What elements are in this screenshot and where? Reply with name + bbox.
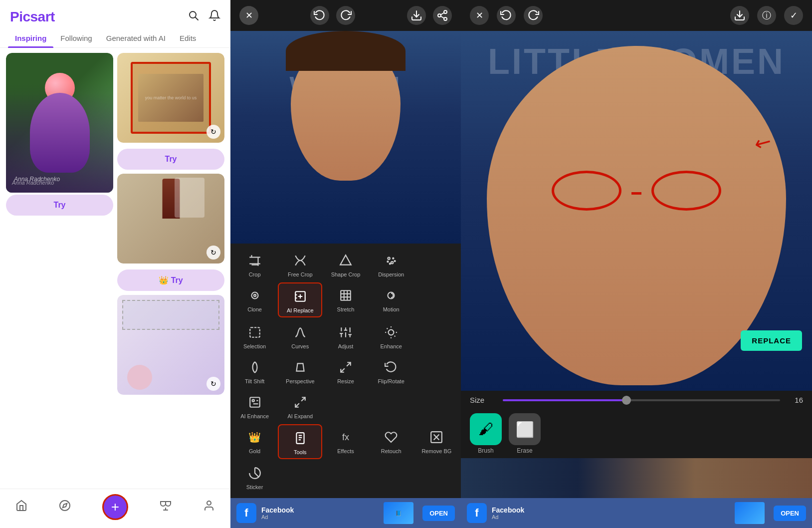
dispersion-icon — [382, 252, 400, 269]
tool-row-6: 👑 Gold Tools fx Effects Retouch — [230, 423, 461, 494]
try-button-1[interactable]: Try — [6, 195, 113, 216]
svg-point-13 — [388, 258, 390, 260]
tool-ai-enhance[interactable]: AI Enhance — [232, 389, 277, 422]
tool-motion[interactable]: Motion — [369, 282, 413, 317]
tool-retouch[interactable]: Retouch — [369, 424, 413, 459]
enhance-icon — [382, 323, 400, 341]
undo-button[interactable] — [310, 6, 329, 25]
tool-remove-bg[interactable]: Remove BG — [414, 424, 459, 459]
svg-line-41 — [387, 328, 388, 329]
clone-icon — [246, 286, 264, 304]
tool-panel: Crop Free Crop Shape Crop Dispersion — [230, 244, 461, 498]
tool-clone[interactable]: Clone — [232, 282, 277, 317]
try-button-2[interactable]: Try — [117, 149, 224, 170]
download-button[interactable] — [407, 6, 426, 25]
tool-crop[interactable]: Crop — [232, 248, 277, 280]
erase-icon: ⬜ — [509, 413, 541, 445]
stretch-icon — [337, 286, 355, 304]
curves-label: Curves — [291, 343, 309, 349]
refresh-badge-2[interactable]: ↻ — [206, 246, 220, 260]
facebook-ad-icon: f — [236, 503, 256, 523]
right-undo-button[interactable] — [497, 6, 516, 25]
tool-enhance[interactable]: Enhance — [369, 319, 413, 352]
trophy-icon[interactable] — [160, 500, 172, 515]
tool-row-3: Selection Curves Adjust Enhance — [230, 318, 461, 353]
profile-icon[interactable] — [203, 500, 215, 515]
glasses-bridge — [631, 192, 641, 195]
tool-stretch[interactable]: Stretch — [323, 282, 368, 317]
svg-point-48 — [252, 400, 254, 402]
glass-left — [552, 171, 621, 211]
size-slider[interactable] — [503, 399, 780, 401]
editor-photo: LITTLE WOMEN — [230, 31, 461, 244]
frame-inner: you matter the world to us — [131, 62, 211, 134]
tab-generated-ai[interactable]: Generated with AI — [99, 29, 173, 47]
tool-dispersion[interactable]: Dispersion — [369, 248, 413, 280]
replace-button[interactable]: REPLACE — [741, 330, 802, 351]
tool-tilt-shift[interactable]: Tilt Shift — [232, 354, 277, 387]
refresh-badge-1[interactable]: ↻ — [206, 125, 220, 139]
slider-thumb[interactable] — [622, 396, 631, 405]
tool-adjust[interactable]: Adjust — [323, 319, 368, 352]
flip-rotate-icon — [382, 358, 400, 376]
tool-resize[interactable]: Resize — [323, 354, 368, 387]
redo-button[interactable] — [336, 6, 355, 25]
feed-image-pattern: ↻ — [117, 295, 224, 395]
svg-line-10 — [441, 16, 444, 18]
tool-effects[interactable]: fx Effects — [323, 424, 368, 459]
tab-inspiring[interactable]: Inspiring — [8, 29, 53, 47]
notification-icon[interactable] — [208, 9, 220, 24]
stretch-label: Stretch — [337, 306, 355, 312]
svg-point-2 — [60, 501, 70, 511]
erase-label: Erase — [517, 447, 532, 454]
tool-tools[interactable]: Tools — [278, 424, 322, 459]
tool-perspective[interactable]: Perspective — [278, 354, 322, 387]
tool-curves[interactable]: Curves — [278, 319, 322, 352]
brush-icon: 🖌 — [470, 413, 502, 445]
tab-following[interactable]: Following — [53, 29, 99, 47]
retouch-label: Retouch — [381, 448, 402, 454]
tool-selection[interactable]: Selection — [232, 319, 277, 352]
feed-item-frame[interactable]: you matter the world to us ↻ — [117, 53, 224, 143]
feed-item-dropper[interactable]: ↻ — [117, 174, 224, 264]
editor-close-button[interactable]: ✕ — [239, 6, 258, 25]
share-button[interactable] — [433, 6, 452, 25]
feed-item-pattern[interactable]: ↻ — [117, 295, 224, 395]
feed-item-woman[interactable]: Anna Radchenko Try — [6, 53, 113, 395]
tabs: Inspiring Following Generated with AI Ed… — [0, 29, 230, 48]
try-button-crown[interactable]: Try — [117, 269, 224, 291]
retouch-icon — [382, 428, 400, 446]
right-toolbar-right: ⓘ ✓ — [730, 6, 803, 25]
ad-banner-right: f Facebook Ad OPEN — [461, 498, 812, 528]
svg-rect-47 — [250, 397, 260, 407]
tool-gold[interactable]: 👑 Gold — [232, 424, 277, 459]
svg-marker-3 — [63, 504, 67, 508]
right-confirm-button[interactable]: ✓ — [784, 6, 803, 25]
size-label: Size — [470, 396, 495, 404]
tool-ai-replace[interactable]: AI Replace — [278, 282, 322, 317]
right-redo-button[interactable] — [524, 6, 543, 25]
tool-flip-rotate[interactable]: Flip/Rotate — [369, 354, 413, 387]
svg-line-49 — [301, 397, 305, 401]
ad-thumb: 📘 — [384, 502, 413, 524]
right-ad-open-button[interactable]: OPEN — [774, 506, 806, 521]
add-button[interactable]: + — [102, 494, 128, 520]
right-download-button[interactable] — [730, 6, 749, 25]
home-icon[interactable] — [15, 500, 27, 515]
tool-shape-crop[interactable]: Shape Crop — [323, 248, 368, 280]
erase-button[interactable]: ⬜ Erase — [509, 413, 541, 454]
tool-sticker[interactable]: Sticker — [232, 460, 277, 493]
right-close-button[interactable]: ✕ — [470, 6, 489, 25]
refresh-badge-3[interactable]: ↻ — [206, 377, 220, 391]
tool-free-crop[interactable]: Free Crop — [278, 248, 322, 280]
tab-edits[interactable]: Edits — [173, 29, 203, 47]
size-control: Size 16 — [461, 391, 812, 409]
ai-enhance-icon — [246, 393, 264, 411]
tool-ai-expand[interactable]: AI Expand — [278, 389, 322, 422]
right-toolbar-left: ✕ — [470, 6, 543, 25]
explore-icon[interactable] — [59, 500, 71, 515]
right-info-button[interactable]: ⓘ — [757, 6, 776, 25]
brush-button[interactable]: 🖌 Brush — [470, 413, 502, 454]
search-icon[interactable] — [188, 9, 200, 24]
ad-open-button[interactable]: OPEN — [422, 506, 455, 521]
